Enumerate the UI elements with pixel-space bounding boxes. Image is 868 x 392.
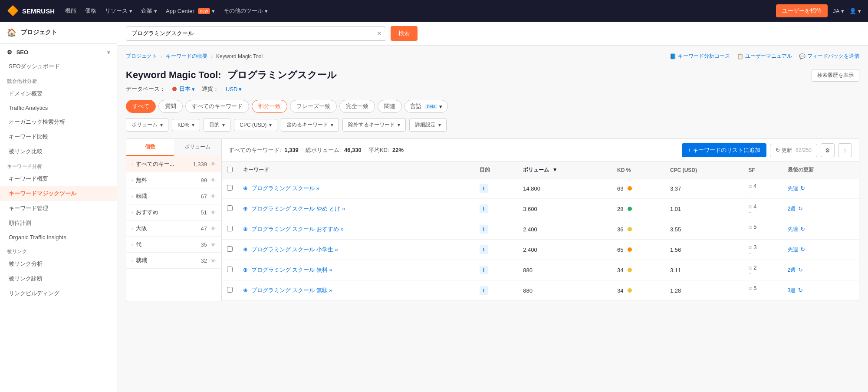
keyword-link[interactable]: プログラミング スクール おすすめ » xyxy=(251,226,344,232)
add-keyword-icon[interactable]: ⊕ xyxy=(243,287,248,293)
sidebar-item-backlink-compare[interactable]: 被リンク比較 xyxy=(0,144,117,159)
eye-icon[interactable]: 👁 xyxy=(210,257,216,264)
keyword-course-link[interactable]: 📘 キーワード分析コース xyxy=(670,53,730,60)
exclude-keywords-filter[interactable]: 除外するキーワード ▾ xyxy=(342,118,406,132)
intent-filter[interactable]: 目的 ▾ xyxy=(204,118,230,132)
add-keyword-icon[interactable]: ⊕ xyxy=(243,267,248,273)
logo[interactable]: 🔶 SEMRUSH xyxy=(7,5,55,16)
group-row[interactable]: › 無料 99 👁 xyxy=(126,172,221,188)
row-checkbox[interactable] xyxy=(227,185,233,191)
eye-icon[interactable]: 👁 xyxy=(210,225,216,232)
settings-icon[interactable]: ⚙ xyxy=(821,143,835,157)
nav-pricing[interactable]: 価格 xyxy=(85,7,96,15)
row-checkbox[interactable] xyxy=(227,205,233,211)
search-input[interactable] xyxy=(126,26,386,41)
nav-resources[interactable]: リソース ▾ xyxy=(105,7,132,15)
nav-other-tools[interactable]: その他のツール ▾ xyxy=(224,7,268,15)
add-keyword-icon[interactable]: ⊕ xyxy=(243,205,248,212)
sidebar-item-seo-dashboard[interactable]: SEOダッシュボード xyxy=(0,59,117,74)
select-all-checkbox[interactable] xyxy=(227,167,233,172)
keyword-link[interactable]: プログラミング スクール 無駄 » xyxy=(251,287,332,293)
keyword-link[interactable]: プログラミング スクール » xyxy=(251,185,319,191)
group-row[interactable]: › 転職 67 👁 xyxy=(126,188,221,204)
language-filter[interactable]: 言語 beta ▾ xyxy=(404,100,448,113)
sidebar-item-keyword-compare[interactable]: キーワード比較 xyxy=(0,129,117,144)
volume-filter[interactable]: ボリューム ▾ xyxy=(126,118,168,132)
sidebar-item-backlink-analysis[interactable]: 被リンク分析 xyxy=(0,257,117,271)
cpc-filter[interactable]: CPC (USD) ▾ xyxy=(234,119,277,131)
sidebar-item-keyword-overview[interactable]: キーワード概要 xyxy=(0,171,117,186)
row-checkbox-cell[interactable] xyxy=(222,178,238,199)
row-checkbox-cell[interactable] xyxy=(222,199,238,219)
sidebar-item-organic-search[interactable]: オーガニック検索分析 xyxy=(0,115,117,129)
search-history-button[interactable]: 検索履歴を表示 xyxy=(812,69,859,82)
advanced-filter[interactable]: 詳細設定 ▾ xyxy=(409,118,447,132)
group-row[interactable]: › 大阪 47 👁 xyxy=(126,221,221,237)
group-row[interactable]: › 就職 32 👁 xyxy=(126,253,221,269)
update-button[interactable]: ↻ 更新 62/250 xyxy=(770,144,817,157)
row-checkbox[interactable] xyxy=(227,287,233,293)
select-all-header[interactable] xyxy=(222,162,238,178)
include-keywords-filter[interactable]: 含めるキーワード ▾ xyxy=(281,118,339,132)
row-checkbox[interactable] xyxy=(227,226,233,231)
row-checkbox-cell[interactable] xyxy=(222,260,238,280)
user-menu[interactable]: 👤 ▾ xyxy=(849,8,861,14)
group-row[interactable]: › おすすめ 51 👁 xyxy=(126,204,221,221)
row-checkbox-cell[interactable] xyxy=(222,240,238,260)
keyword-link[interactable]: プログラミング スクール 無料 » xyxy=(251,267,332,273)
row-checkbox-cell[interactable] xyxy=(222,280,238,301)
sidebar-item-domain-overview[interactable]: ドメイン概要 xyxy=(0,86,117,101)
group-row[interactable]: › 代 35 👁 xyxy=(126,237,221,253)
sidebar-item-traffic-analytics[interactable]: Traffic Analytics xyxy=(0,101,117,115)
clear-icon[interactable]: ✕ xyxy=(377,30,382,37)
eye-icon[interactable]: 👁 xyxy=(210,241,216,248)
add-keyword-icon[interactable]: ⊕ xyxy=(243,185,248,191)
row-checkbox[interactable] xyxy=(227,267,233,272)
database-selector[interactable]: 日本 ▾ xyxy=(172,85,195,93)
feedback-link[interactable]: 💬 フィードバックを送信 xyxy=(799,53,859,60)
filter-tab-exact-match[interactable]: 完全一致 xyxy=(339,100,375,113)
sidebar-item-link-building[interactable]: リンクビルディング xyxy=(0,286,117,301)
export-icon[interactable]: ↑ xyxy=(838,143,852,157)
search-button[interactable]: 検索 xyxy=(391,26,418,41)
eye-icon[interactable]: 👁 xyxy=(210,177,216,184)
keyword-link[interactable]: プログラミング スクール やめ とけ » xyxy=(251,205,345,212)
nav-company[interactable]: 企業 ▾ xyxy=(141,7,157,15)
nav-features[interactable]: 機能 xyxy=(65,7,76,15)
group-tab-count[interactable]: 個数 xyxy=(126,139,174,156)
filter-tab-phrase-match[interactable]: フレーズ一致 xyxy=(290,100,337,113)
filter-tab-question[interactable]: 質問 xyxy=(158,100,183,113)
kd-filter[interactable]: KD% ▾ xyxy=(172,119,200,131)
refresh-icon[interactable]: ↻ xyxy=(798,205,803,212)
filter-tab-partial-match[interactable]: 部分一致 xyxy=(252,100,287,113)
eye-icon[interactable]: 👁 xyxy=(210,209,216,216)
sidebar-item-keyword-manager[interactable]: キーワード管理 xyxy=(0,201,117,216)
row-checkbox-cell[interactable] xyxy=(222,219,238,240)
seo-section-header[interactable]: ⚙ SEO ▾ xyxy=(0,44,117,59)
sidebar-item-keyword-magic[interactable]: キーワードマジックツール xyxy=(0,186,117,201)
language-selector[interactable]: JA ▾ xyxy=(833,8,844,14)
add-to-list-button[interactable]: + キーワードのリストに追加 xyxy=(682,143,766,157)
filter-tab-related[interactable]: 関連 xyxy=(378,100,402,113)
group-row[interactable]: › すべてのキー... 1,339 👁 xyxy=(126,156,221,172)
add-keyword-icon[interactable]: ⊕ xyxy=(243,226,248,232)
sidebar-item-organic-traffic-insights[interactable]: Organic Traffic Insights xyxy=(0,231,117,244)
filter-tab-all[interactable]: すべて xyxy=(126,100,156,113)
add-keyword-icon[interactable]: ⊕ xyxy=(243,246,248,253)
user-manual-link[interactable]: 📋 ユーザーマニュアル xyxy=(737,53,792,60)
eye-icon[interactable]: 👁 xyxy=(210,161,216,168)
breadcrumb-project[interactable]: プロジェクト xyxy=(126,53,157,60)
invite-button[interactable]: ユーザーを招待 xyxy=(776,4,828,17)
refresh-icon[interactable]: ↻ xyxy=(798,287,803,293)
refresh-icon[interactable]: ↻ xyxy=(800,226,805,232)
row-checkbox[interactable] xyxy=(227,246,233,252)
refresh-icon[interactable]: ↻ xyxy=(800,185,805,191)
sidebar-project[interactable]: 🏠 プロジェクト xyxy=(0,22,117,44)
group-tab-volume[interactable]: ボリューム xyxy=(174,139,222,156)
volume-header[interactable]: ボリューム ▼ xyxy=(518,162,612,178)
nav-appcenter[interactable]: App Center new ▾ xyxy=(166,8,215,14)
refresh-icon[interactable]: ↻ xyxy=(798,267,803,273)
refresh-icon[interactable]: ↻ xyxy=(800,246,805,253)
eye-icon[interactable]: 👁 xyxy=(210,193,216,200)
breadcrumb-keyword-overview[interactable]: キーワードの概要 xyxy=(166,53,207,60)
